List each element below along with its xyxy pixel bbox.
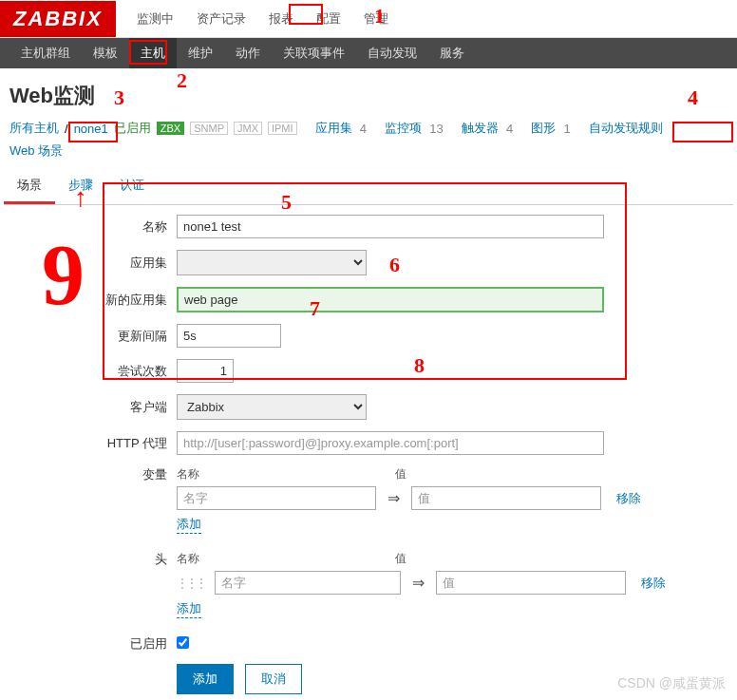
- link-var-add[interactable]: 添加: [177, 516, 201, 534]
- link-head-add[interactable]: 添加: [177, 600, 201, 618]
- arrow-icon: ⇒: [382, 489, 406, 507]
- input-proxy[interactable]: [177, 431, 604, 455]
- count-triggers: 4: [506, 122, 513, 136]
- tab-steps[interactable]: 步骤: [55, 169, 106, 204]
- arrow-icon: ⇒: [406, 574, 430, 592]
- input-interval[interactable]: [177, 324, 281, 348]
- logo: ZABBIX: [0, 1, 116, 37]
- top-bar: ZABBIX 监测中 资产记录 报表 配置 管理: [0, 0, 737, 38]
- nav-correlation[interactable]: 关联项事件: [272, 38, 356, 68]
- badge-ipmi: IPMI: [268, 122, 297, 135]
- nav-services[interactable]: 服务: [428, 38, 476, 68]
- input-name[interactable]: [177, 215, 604, 238]
- status-enabled: 已启用: [114, 120, 151, 137]
- badge-snmp: SNMP: [190, 122, 228, 135]
- nav-templates[interactable]: 模板: [82, 38, 129, 68]
- checkbox-enabled[interactable]: [177, 636, 189, 649]
- menu-reports[interactable]: 报表: [257, 1, 305, 37]
- label-interval: 更新间隔: [15, 328, 177, 345]
- col-var-value: 值: [395, 466, 595, 482]
- scenario-form: 名称 应用集 新的应用集 更新间隔 尝试次数 客户端 Zabbix HTTP 代…: [0, 205, 737, 700]
- input-var-value[interactable]: [411, 486, 601, 510]
- label-name: 名称: [15, 218, 177, 236]
- form-tabs: 场景 步骤 认证: [4, 169, 733, 205]
- label-enabled: 已启用: [15, 635, 177, 653]
- col-head-value: 值: [395, 551, 595, 567]
- link-web-scenarios[interactable]: Web 场景: [9, 142, 63, 160]
- link-var-remove[interactable]: 移除: [616, 490, 641, 507]
- badge-zbx: ZBX: [157, 122, 184, 135]
- nav-actions[interactable]: 动作: [224, 38, 272, 68]
- link-triggers[interactable]: 触发器: [462, 120, 499, 137]
- menu-config[interactable]: 配置: [305, 1, 352, 37]
- link-applications[interactable]: 应用集: [315, 120, 352, 137]
- link-items[interactable]: 监控项: [385, 120, 422, 137]
- input-newapp[interactable]: [177, 287, 604, 312]
- menu-inventory[interactable]: 资产记录: [185, 1, 257, 37]
- label-client: 客户端: [15, 399, 177, 416]
- label-newapp: 新的应用集: [15, 292, 177, 309]
- sub-nav: 主机群组 模板 主机 维护 动作 关联项事件 自动发现 服务: [0, 38, 737, 68]
- input-head-value[interactable]: [436, 571, 626, 595]
- count-graphs: 1: [563, 122, 570, 136]
- nav-maintenance[interactable]: 维护: [177, 38, 224, 68]
- link-discovery-rules[interactable]: 自动发现规则: [589, 120, 663, 137]
- count-items: 13: [429, 122, 443, 136]
- col-head-name: 名称: [177, 551, 395, 567]
- nav-hostgroups[interactable]: 主机群组: [9, 38, 82, 68]
- link-host-name[interactable]: none1: [74, 122, 108, 136]
- col-var-name: 名称: [177, 466, 395, 482]
- label-headers: 头: [15, 551, 177, 568]
- label-retries: 尝试次数: [15, 363, 177, 380]
- link-all-hosts[interactable]: 所有主机: [9, 120, 59, 137]
- menu-monitoring[interactable]: 监测中: [125, 1, 185, 37]
- host-nav: 所有主机 / none1 已启用 ZBXSNMPJMXIPMI 应用集 4 监控…: [0, 120, 737, 169]
- cancel-button[interactable]: 取消: [245, 664, 302, 694]
- nav-hosts[interactable]: 主机: [129, 38, 177, 68]
- input-head-name[interactable]: [215, 571, 401, 595]
- top-menu: 监测中 资产记录 报表 配置 管理: [125, 1, 400, 37]
- label-proxy: HTTP 代理: [15, 435, 177, 452]
- select-appset[interactable]: [177, 250, 367, 275]
- tab-scenario[interactable]: 场景: [4, 169, 55, 204]
- page-title: Web监测: [0, 68, 737, 120]
- menu-admin[interactable]: 管理: [352, 1, 400, 37]
- tab-auth[interactable]: 认证: [106, 169, 158, 204]
- input-var-name[interactable]: [177, 486, 376, 510]
- label-appset: 应用集: [15, 255, 177, 272]
- watermark: CSDN @咸蛋黄派: [617, 675, 726, 692]
- select-client[interactable]: Zabbix: [177, 394, 367, 420]
- count-applications: 4: [360, 122, 367, 136]
- label-variables: 变量: [15, 466, 177, 483]
- submit-button[interactable]: 添加: [177, 664, 234, 694]
- nav-discovery[interactable]: 自动发现: [356, 38, 428, 68]
- link-head-remove[interactable]: 移除: [641, 575, 666, 592]
- link-graphs[interactable]: 图形: [531, 120, 556, 137]
- drag-handle-icon[interactable]: ⋮⋮⋮: [177, 577, 209, 590]
- input-retries[interactable]: [177, 359, 234, 383]
- badge-jmx: JMX: [234, 122, 262, 135]
